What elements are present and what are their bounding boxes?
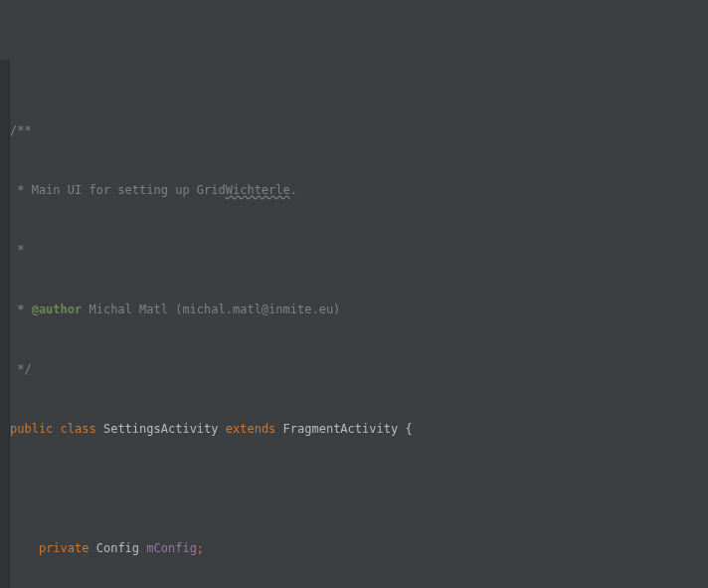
comment-open: /** [10,123,32,137]
comment-author: * @author Michal Matl (michal.matl@inmit… [10,302,340,316]
comment-star: * [10,243,24,257]
gutter [0,60,10,588]
code-editor[interactable]: /** * Main UI for setting up GridWichter… [0,60,708,588]
comment-desc: * Main UI for setting up GridWichterle. [10,183,297,197]
class-declaration: public class SettingsActivity extends Fr… [10,422,708,437]
field-declaration: private Config mConfig; [10,541,708,556]
comment-close: */ [10,362,32,376]
